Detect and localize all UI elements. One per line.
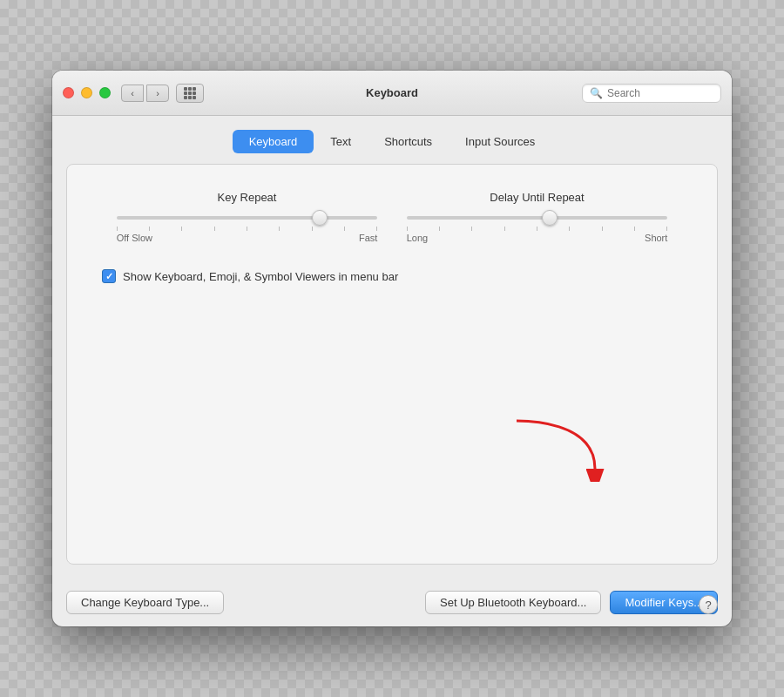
delay-repeat-sublabels: Long Short: [407, 233, 668, 243]
content-area: Key Repeat Off Slow Fast: [66, 164, 718, 565]
delay-repeat-label: Delay Until Repeat: [490, 191, 584, 204]
tab-bar: Keyboard Text Shortcuts Input Sources: [52, 116, 732, 164]
sliders-row: Key Repeat Off Slow Fast: [102, 191, 682, 243]
key-repeat-max-label: Fast: [359, 233, 377, 243]
back-button[interactable]: ‹: [121, 85, 144, 102]
grid-button[interactable]: [176, 84, 204, 103]
delay-repeat-section: Delay Until Repeat Long Short: [407, 191, 668, 243]
search-input[interactable]: [607, 87, 713, 99]
search-box[interactable]: 🔍: [582, 84, 721, 103]
delay-repeat-slider-container: [407, 216, 668, 220]
key-repeat-ticks: [117, 225, 378, 233]
key-repeat-min-label: Off Slow: [117, 233, 152, 243]
help-button[interactable]: ?: [699, 595, 718, 614]
search-icon: 🔍: [590, 87, 603, 99]
bluetooth-keyboard-button[interactable]: Set Up Bluetooth Keyboard...: [425, 591, 601, 614]
delay-repeat-track: [407, 216, 668, 220]
change-keyboard-button[interactable]: Change Keyboard Type...: [66, 591, 224, 614]
titlebar: ‹ › Keyboard 🔍: [52, 71, 732, 116]
key-repeat-sublabels: Off Slow Fast: [117, 233, 378, 243]
main-window: ‹ › Keyboard 🔍 Keyboard Text Shortcuts I…: [52, 71, 732, 626]
nav-buttons: ‹ ›: [121, 85, 169, 102]
grid-icon: [184, 87, 196, 99]
tab-keyboard[interactable]: Keyboard: [233, 130, 314, 153]
checkmark-icon: ✓: [105, 272, 113, 281]
key-repeat-thumb[interactable]: [312, 210, 328, 226]
window-title: Keyboard: [366, 86, 418, 99]
key-repeat-section: Key Repeat Off Slow Fast: [117, 191, 378, 243]
forward-button[interactable]: ›: [146, 85, 169, 102]
show-viewers-label: Show Keyboard, Emoji, & Symbol Viewers i…: [123, 270, 398, 283]
tab-shortcuts[interactable]: Shortcuts: [368, 130, 449, 153]
key-repeat-label: Key Repeat: [218, 191, 277, 204]
red-arrow-svg: [508, 412, 612, 482]
checkbox-row: ✓ Show Keyboard, Emoji, & Symbol Viewers…: [102, 269, 682, 283]
tab-input-sources[interactable]: Input Sources: [449, 130, 551, 153]
close-button[interactable]: [63, 87, 74, 98]
delay-repeat-thumb[interactable]: [542, 210, 558, 226]
delay-repeat-ticks: [407, 225, 668, 233]
show-viewers-checkbox[interactable]: ✓: [102, 269, 116, 283]
arrow-annotation: [508, 412, 612, 485]
bottom-buttons: Change Keyboard Type... Set Up Bluetooth…: [52, 579, 732, 626]
key-repeat-track: [117, 216, 378, 220]
delay-repeat-min-label: Long: [407, 233, 428, 243]
traffic-lights: [63, 87, 111, 98]
maximize-button[interactable]: [99, 87, 111, 98]
key-repeat-slider-container: [117, 216, 378, 220]
delay-repeat-max-label: Short: [645, 233, 667, 243]
minimize-button[interactable]: [81, 87, 92, 98]
tab-text[interactable]: Text: [314, 130, 368, 153]
